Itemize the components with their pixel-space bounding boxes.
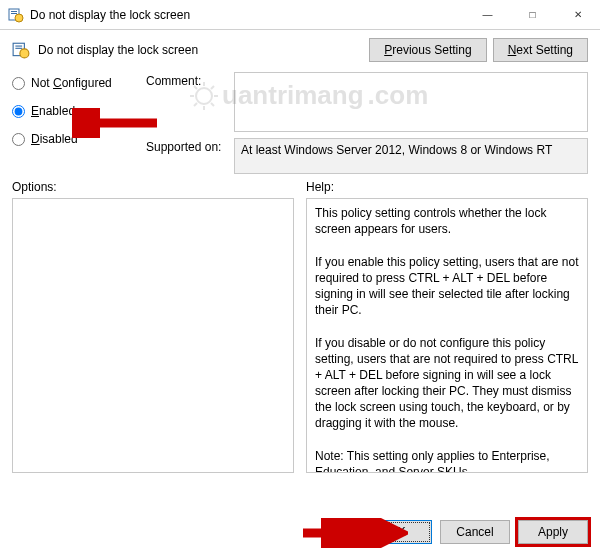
svg-point-3	[15, 14, 23, 22]
header: Do not display the lock screen Previous …	[0, 30, 600, 62]
state-radio-group: Not Configured Enabled Disabled	[12, 72, 132, 174]
maximize-button[interactable]: □	[510, 0, 555, 29]
supported-on-text: At least Windows Server 2012, Windows 8 …	[241, 143, 552, 157]
radio-enabled[interactable]: Enabled	[12, 104, 132, 118]
help-text: This policy setting controls whether the…	[315, 206, 582, 473]
svg-rect-5	[15, 46, 22, 47]
radio-enabled-input[interactable]	[12, 105, 25, 118]
window-title: Do not display the lock screen	[30, 8, 465, 22]
help-box: This policy setting controls whether the…	[306, 198, 588, 473]
prev-label-rest: revious Setting	[392, 43, 471, 57]
supported-label: Supported on:	[146, 138, 226, 154]
policy-icon	[8, 7, 24, 23]
dialog-footer: OK Cancel Apply	[362, 520, 588, 544]
svg-point-7	[20, 49, 29, 58]
comment-textarea[interactable]	[234, 72, 588, 132]
minimize-button[interactable]: ―	[465, 0, 510, 29]
svg-rect-6	[15, 48, 22, 49]
radio-not-configured[interactable]: Not Configured	[12, 76, 132, 90]
policy-icon	[12, 41, 30, 59]
previous-setting-button[interactable]: Previous Setting	[369, 38, 486, 62]
next-setting-button[interactable]: Next Setting	[493, 38, 588, 62]
help-label: Help:	[306, 180, 588, 194]
titlebar: Do not display the lock screen ― □ ✕	[0, 0, 600, 30]
supported-on-box: At least Windows Server 2012, Windows 8 …	[234, 138, 588, 174]
radio-disabled-input[interactable]	[12, 133, 25, 146]
apply-button[interactable]: Apply	[518, 520, 588, 544]
next-label-rest: ext Setting	[516, 43, 573, 57]
radio-not-configured-input[interactable]	[12, 77, 25, 90]
ok-button[interactable]: OK	[362, 520, 432, 544]
options-label: Options:	[12, 180, 294, 194]
comment-label: Comment:	[146, 72, 226, 88]
cancel-button[interactable]: Cancel	[440, 520, 510, 544]
svg-rect-2	[11, 13, 17, 14]
radio-disabled[interactable]: Disabled	[12, 132, 132, 146]
svg-rect-1	[11, 11, 17, 12]
options-box	[12, 198, 294, 473]
header-title: Do not display the lock screen	[38, 43, 198, 57]
close-button[interactable]: ✕	[555, 0, 600, 29]
